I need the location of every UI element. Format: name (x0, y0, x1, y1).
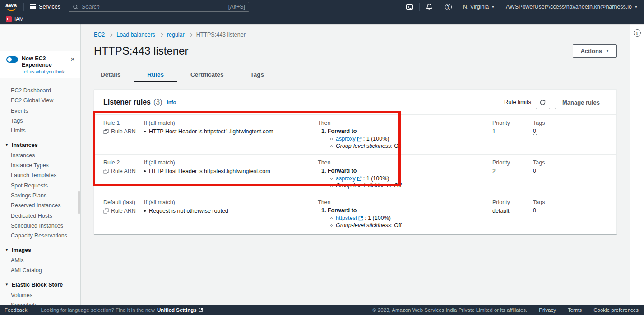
forward-to-label: 1. Forward to (321, 128, 492, 135)
sidebar-section-ebs[interactable]: ▼ Elastic Block Store (0, 280, 80, 290)
chevron-down-icon: ▼ (606, 49, 609, 53)
sidebar-item-ec2-dashboard[interactable]: EC2 Dashboard (0, 86, 80, 96)
region-selector[interactable]: N. Virginia ▼ (458, 0, 500, 14)
sidebar-item-amis[interactable]: AMIs (0, 256, 80, 265)
aws-logo[interactable]: aws (0, 3, 23, 11)
rule-condition: HTTP Host Header is httpstest1.lightwing… (144, 128, 318, 135)
breadcrumb: EC2 Load balancers regular HTTPS:443 lis… (81, 24, 629, 38)
open-bullet-icon (330, 217, 333, 219)
unified-settings-link[interactable]: Unified Settings (157, 307, 203, 313)
tab-certificates[interactable]: Certificates (177, 67, 237, 82)
privacy-link[interactable]: Privacy (539, 307, 556, 313)
tags-count-link[interactable]: 0 (533, 207, 537, 214)
close-icon[interactable]: × (70, 56, 75, 62)
page-title: HTTPS:443 listener (94, 45, 188, 57)
aws-smile-icon (7, 8, 16, 11)
priority-value: 1 (492, 128, 533, 135)
notifications-button[interactable] (420, 0, 439, 14)
footer-right-group: © 2023, Amazon Web Services India Privat… (372, 307, 644, 313)
search-input[interactable]: Search [Alt+S] (69, 2, 249, 12)
rule-arn-copy[interactable]: Rule ARN (103, 207, 144, 215)
sidebar-item-instances[interactable]: Instances (0, 151, 80, 160)
rule-tags-cell: Tags 0 (533, 119, 616, 150)
cloudshell-button[interactable] (400, 0, 419, 14)
sidebar-item-snapshots[interactable]: Snapshots (0, 300, 80, 305)
sidebar-item-launch-templates[interactable]: Launch Templates (0, 170, 80, 180)
sidebar-item-ec2-global-view[interactable]: EC2 Global View (0, 96, 80, 105)
external-link-icon (357, 176, 362, 181)
sidebar-item-dedicated-hosts[interactable]: Dedicated Hosts (0, 211, 80, 221)
tab-tags[interactable]: Tags (237, 67, 278, 82)
tab-details[interactable]: Details (94, 67, 134, 82)
info-panel-icon[interactable]: i (634, 29, 641, 37)
tell-us-link[interactable]: Tell us what you think (22, 69, 76, 74)
priority-value: 2 (492, 168, 533, 175)
sidebar-item-ami-catalog[interactable]: AMI Catalog (0, 265, 80, 275)
rule-arn-copy[interactable]: Rule ARN (103, 128, 144, 135)
target-group-link[interactable]: asproxy (336, 175, 362, 182)
breadcrumb-regular[interactable]: regular (167, 32, 185, 38)
tags-count-link[interactable]: 0 (533, 128, 537, 135)
actions-button[interactable]: Actions ▼ (573, 44, 617, 58)
rule-tags-cell: Tags 0 (533, 199, 616, 229)
target-group-line: asproxy : 1 (100%) (330, 175, 492, 182)
feedback-link[interactable]: Feedback (0, 307, 41, 313)
aws-console-page: aws Services Search [Alt+S] ? (0, 0, 644, 315)
target-detail: : 1 (100%) (365, 215, 391, 222)
iam-service-icon (6, 16, 12, 22)
chevron-right-icon (188, 33, 192, 37)
target-group-link[interactable]: httpstest (336, 215, 363, 222)
sidebar-section-instances[interactable]: ▼ Instances (0, 140, 80, 150)
rule-limits-link[interactable]: Rule limits (504, 99, 531, 106)
priority-value: default (492, 207, 533, 215)
refresh-button[interactable] (536, 96, 550, 109)
listener-rules-card: Listener rules (3) Info Rule limits Mana… (94, 89, 617, 234)
stickiness-label: Group-level stickiness (336, 143, 391, 149)
rule-then-cell: Then 1. Forward to asproxy : 1 (100%) Gr… (318, 159, 492, 189)
copy-icon (103, 208, 109, 214)
sidebar-item-spot-requests[interactable]: Spot Requests (0, 181, 80, 191)
rule-row-default: Default (last) Rule ARN If (all match) R… (94, 194, 616, 234)
sidebar-scrollbar[interactable] (78, 191, 80, 214)
sidebar-item-limits[interactable]: Limits (0, 126, 80, 136)
sidebar-item-scheduled-instances[interactable]: Scheduled Instances (0, 221, 80, 231)
rule-then-cell: Then 1. Forward to httpstest : 1 (100%) … (318, 199, 492, 229)
sidebar-item-instance-types[interactable]: Instance Types (0, 160, 80, 170)
rule-if-cell: If (all match) HTTP Host Header is https… (144, 159, 318, 189)
target-group-link[interactable]: asproxy (336, 135, 362, 142)
footer: Feedback Looking for language selection?… (0, 305, 644, 315)
breadcrumb-load-balancers[interactable]: Load balancers (116, 32, 155, 38)
services-label: Services (39, 4, 60, 10)
help-button[interactable]: ? (439, 0, 458, 14)
rule-if-cell: If (all match) HTTP Host Header is https… (144, 119, 318, 150)
tags-count-link[interactable]: 0 (533, 168, 537, 174)
sidebar-item-capacity-reservations[interactable]: Capacity Reservations (0, 231, 80, 241)
sidebar-item-tags[interactable]: Tags (0, 116, 80, 126)
manage-rules-button[interactable]: Manage rules (555, 96, 607, 109)
breadcrumb-ec2[interactable]: EC2 (94, 32, 105, 38)
open-bullet-icon (330, 145, 333, 147)
open-bullet-icon (330, 185, 333, 187)
favorite-iam-link[interactable]: IAM (6, 16, 23, 22)
aws-logo-text: aws (5, 3, 17, 8)
sidebar-item-volumes[interactable]: Volumes (0, 290, 80, 300)
chevron-down-icon: ▼ (491, 5, 495, 9)
account-menu[interactable]: AWSPowerUserAccess/navaneeth.kn@harness.… (500, 0, 644, 14)
rule-name-cell: Rule 2 Rule ARN (103, 159, 144, 189)
rule-arn-copy[interactable]: Rule ARN (103, 168, 144, 175)
rule-name: Default (last) (103, 199, 144, 206)
stickiness-value: : Off (391, 222, 401, 228)
info-link[interactable]: Info (167, 100, 176, 105)
new-experience-toggle[interactable] (6, 56, 18, 63)
tab-rules[interactable]: Rules (134, 67, 177, 82)
terms-link[interactable]: Terms (568, 307, 582, 313)
services-grid-icon (30, 4, 36, 9)
sidebar-item-reserved-instances[interactable]: Reserved Instances (0, 201, 80, 210)
stickiness-label: Group-level stickiness (336, 183, 391, 189)
sidebar-section-images[interactable]: ▼ Images (0, 245, 80, 255)
sidebar-item-events[interactable]: Events (0, 106, 80, 116)
sidebar-item-savings-plans[interactable]: Savings Plans (0, 191, 80, 201)
services-menu-button[interactable]: Services (24, 0, 67, 14)
stickiness-value: : Off (391, 183, 401, 189)
cookie-preferences-link[interactable]: Cookie preferences (593, 307, 639, 313)
